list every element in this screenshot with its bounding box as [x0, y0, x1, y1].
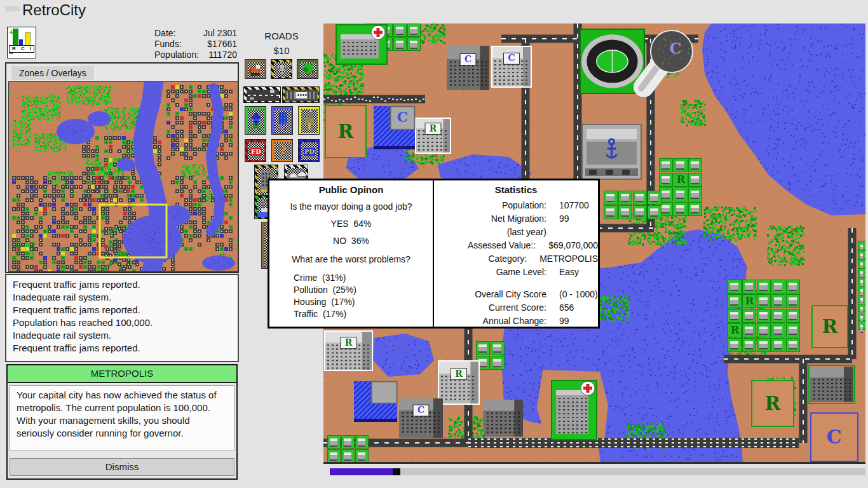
stat-value: 99 — [559, 212, 569, 226]
tool-park[interactable] — [297, 59, 318, 79]
stat-value: 656 — [559, 301, 574, 315]
stat-label: (last year) — [434, 226, 546, 239]
problem-item: Traffic (17%) — [294, 308, 433, 320]
log-message: Frequent traffic jams reported. — [13, 304, 231, 316]
retrocity-app: RetroCity + RCI − Date:Jul 2301 Funds:$1… — [0, 0, 868, 488]
minimap[interactable] — [8, 81, 238, 272]
stat-row: Population:107700 — [434, 199, 598, 212]
residential-demand-bar — [13, 29, 18, 46]
stat-row: Overall City Score(0 - 1000) — [434, 288, 598, 301]
tool-residential[interactable] — [245, 106, 266, 135]
road-icon — [247, 90, 279, 101]
commercial-icon — [275, 109, 291, 133]
problem-item: Crime (31%) — [294, 272, 433, 284]
stat-row: Net Migration:99 — [434, 212, 598, 226]
log-message: Inadequate rail system. — [13, 329, 231, 342]
stat-label: Current Score: — [434, 301, 546, 315]
stat-row — [434, 279, 598, 288]
date-label: Date: — [154, 28, 175, 39]
stat-row: Game Level:Easy — [434, 266, 598, 279]
selected-tool-caption: ROADS $10 — [243, 30, 320, 56]
statistics-title: Statistics — [434, 184, 598, 195]
tool-industrial[interactable] — [298, 106, 320, 135]
rci-letter-i: I — [30, 46, 31, 52]
tool-fire-dept[interactable] — [245, 139, 266, 162]
selected-tool-cost: $10 — [243, 45, 320, 56]
log-message: Population has reached 100,000. — [13, 316, 231, 329]
bulldozer-icon — [248, 62, 264, 77]
population-label: Population: — [154, 50, 199, 60]
public-opinion-section: Public Opinon Is the mayor doing a good … — [269, 180, 434, 327]
stat-value: 107700 — [559, 199, 589, 212]
park-icon — [300, 62, 316, 77]
rci-letter-c: C — [21, 46, 25, 52]
progress-tick — [393, 468, 400, 475]
opinion-no: NO 36% — [269, 236, 433, 246]
stat-row: Assessed Value::$69,070,000 — [434, 239, 598, 252]
metropolis-notice: METROPOLIS Your capital city has now ach… — [6, 364, 238, 480]
stat-row: (last year) — [434, 226, 598, 239]
notice-title: METROPOLIS — [8, 365, 236, 383]
tool-query[interactable] — [271, 139, 293, 162]
stat-label: Category: — [434, 252, 527, 266]
stat-label: Population: — [434, 199, 546, 212]
simulation-progress-bar — [330, 468, 865, 475]
stat-row: Category:METROPOLIS — [434, 252, 598, 266]
log-message: Frequent traffic jams reported. — [13, 342, 231, 355]
log-message: Frequent traffic jams reported. — [13, 278, 231, 291]
opinion-question-1: Is the mayor doing a good job? — [269, 201, 433, 212]
stat-value: $69,070,000 — [548, 239, 598, 252]
city-evaluation-dialog: Public Opinon Is the mayor doing a good … — [268, 179, 600, 329]
residential-icon — [248, 109, 264, 133]
problem-list: Crime (31%)Pollution (25%)Housing (17%)T… — [294, 272, 433, 320]
tool-rail[interactable] — [282, 86, 320, 103]
population-value: 111720 — [208, 50, 237, 60]
problem-item: Housing (17%) — [294, 296, 433, 308]
stat-row: Annual Change:99 — [434, 315, 598, 328]
opinion-question-2: What are the worst problems? — [269, 254, 433, 264]
opinion-yes: YES 64% — [269, 219, 433, 229]
tool-road[interactable] — [243, 86, 281, 103]
zones-overlays-button[interactable]: Zones / Overlays — [11, 66, 94, 80]
power-lines-icon — [274, 62, 290, 77]
police-dept-icon — [301, 142, 318, 160]
stat-value: METROPOLIS — [539, 252, 598, 266]
funds-label: Funds: — [154, 39, 182, 50]
public-opinion-title: Public Opinon — [269, 184, 433, 195]
selected-tool-name: ROADS — [243, 30, 320, 41]
page-title: RetroCity — [22, 0, 86, 20]
menu-icon[interactable] — [5, 6, 20, 11]
stat-label: Net Migration: — [434, 212, 546, 226]
stat-value: 99 — [559, 315, 569, 328]
problem-item: Pollution (25%) — [294, 284, 433, 296]
log-message: Inadequate rail system. — [13, 291, 231, 304]
stat-label: Annual Change: — [434, 315, 546, 328]
fire-dept-icon — [248, 142, 264, 160]
message-log: Frequent traffic jams reported.Inadequat… — [5, 274, 239, 362]
stat-label: Assessed Value:: — [434, 239, 536, 252]
progress-fill — [330, 468, 393, 475]
stat-value: (0 - 1000) — [559, 288, 598, 301]
city-stats-hud: Date:Jul 2301 Funds:$17661 Population:11… — [154, 28, 237, 60]
stat-label: Game Level: — [434, 266, 546, 279]
date-value: Jul 2301 — [203, 28, 237, 39]
dismiss-button[interactable]: Dismiss — [10, 458, 234, 476]
rail-icon — [285, 90, 318, 101]
query-icon — [275, 142, 291, 160]
stat-label: Overall City Score — [434, 288, 546, 301]
overlays-panel: Zones / Overlays — [5, 62, 239, 273]
industrial-demand-bar — [25, 32, 31, 46]
tool-power-lines[interactable] — [271, 59, 292, 79]
tool-bulldozer[interactable] — [245, 59, 266, 79]
stat-row: Current Score:656 — [434, 301, 598, 315]
stat-value: Easy — [559, 266, 579, 279]
statistics-section: Statistics Population:107700Net Migratio… — [434, 180, 598, 327]
rci-minus-sign: − — [9, 50, 13, 57]
funds-value: $17661 — [207, 39, 237, 50]
notice-body: Your capital city has now achieved the s… — [10, 385, 234, 451]
tool-police-dept[interactable] — [298, 139, 320, 162]
industrial-icon — [301, 109, 318, 133]
tool-commercial[interactable] — [271, 106, 293, 135]
rci-demand-indicator: + RCI − — [7, 27, 36, 58]
statistics-rows: Population:107700Net Migration:99(last y… — [434, 199, 598, 328]
